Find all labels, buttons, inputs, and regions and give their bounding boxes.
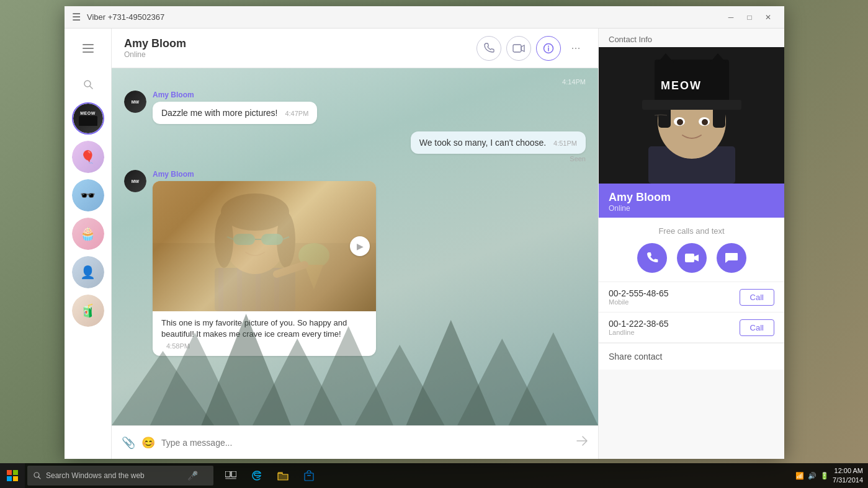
image-caption: This one is my favorite picture of you. … [153,311,376,356]
chat-contact-name: Amy Bloom [124,37,477,50]
message-content-1: Amy Bloom Dazzle me with more pictures! … [153,91,317,124]
svg-point-27 [215,212,233,268]
chat-header-info: Amy Bloom Online [124,37,477,59]
taskbar-task-view[interactable] [218,463,243,488]
message-time-2: 4:51PM [553,140,577,147]
svg-marker-14 [355,345,444,425]
share-contact-section[interactable]: Share contact [599,344,784,370]
sidebar-contact-2[interactable]: 🎈 [72,141,104,173]
chat-contact-status: Online [124,50,477,59]
video-call-button[interactable] [506,36,531,61]
svg-point-28 [277,212,295,268]
contact-info-label: Contact Info [609,35,652,44]
network-icon: 📶 [795,472,804,480]
svg-line-4 [90,86,92,89]
voice-call-button[interactable] [477,36,501,61]
contact-info-label-area: Contact Info [599,29,784,47]
call-landline-button[interactable]: Call [740,319,774,336]
svg-line-32 [227,237,233,239]
app-title: Viber +731-49502367 [87,12,164,22]
contact-call-button[interactable] [637,243,667,273]
close-button[interactable]: ✕ [759,9,777,26]
svg-point-8 [548,45,549,47]
microphone-icon[interactable]: 🎤 [187,471,198,481]
menu-icon[interactable]: ☰ [72,11,81,23]
contact-message-button[interactable] [717,243,746,273]
more-options-button[interactable]: ··· [566,38,586,58]
taskbar-edge[interactable] [244,463,269,488]
taskbar-time-value: 12:00 AM [833,466,863,476]
contact-video-button[interactable] [677,243,707,273]
svg-marker-35 [305,265,323,290]
message-seen: Seen [411,155,586,162]
chat-panel: Amy Bloom Online [112,29,598,459]
call-mobile-button[interactable]: Call [740,289,774,306]
svg-rect-5 [513,45,521,52]
contact-info-status: Online [609,204,774,213]
phone-info-2: 00-1-222-38-65 Landline [609,319,740,336]
sidebar-search-button[interactable] [74,71,102,98]
phone-type-2: Landline [609,329,740,336]
send-button[interactable] [576,435,588,450]
taskbar-search-input[interactable] [46,471,182,480]
taskbar-explorer[interactable] [271,463,295,488]
phone-type-1: Mobile [609,298,740,306]
message-image-1: MW Amy Bloom [124,170,586,356]
message-input[interactable] [161,438,570,448]
message-avatar-1: MW [124,91,146,113]
taskbar-clock: 12:00 AM 7/31/2014 [833,466,863,486]
phone-section: 00-2-555-48-65 Mobile Call 00-1-222-38-6… [599,282,784,344]
contact-name: Amy Bloom [609,191,774,204]
maximize-button[interactable]: □ [741,9,758,26]
svg-marker-9 [112,351,214,425]
svg-rect-2 [83,51,94,53]
phone-item-1: 00-2-555-48-65 Mobile Call [599,282,784,313]
chat-messages[interactable]: 4:14PM MW Amy Bloom Dazzle me with more … [112,68,598,425]
taskbar-date-value: 7/31/2014 [833,476,863,485]
message-sender-1: Amy Bloom [153,91,317,99]
image-forward-button[interactable]: ▶ [350,236,370,256]
contact-info-panel: Contact Info [598,29,784,459]
window-controls: ─ □ ✕ [722,9,777,26]
share-contact-label: Share contact [609,352,662,362]
start-button[interactable] [0,463,25,488]
taskbar-search[interactable]: 🎤 [27,466,213,486]
free-calls-actions [609,243,774,273]
svg-rect-53 [7,470,12,475]
image-time: 4:58PM [166,342,190,350]
message-bubble-1: Dazzle me with more pictures! 4:47PM [153,102,317,124]
app-window: ☰ Viber +731-49502367 ─ □ ✕ [65,6,784,459]
taskbar-right: 📶 🔊 🔋 12:00 AM 7/31/2014 [795,466,868,486]
info-button[interactable] [536,36,561,61]
time-divider: 4:14PM [124,78,586,86]
sidebar-contact-3[interactable]: 🕶️ [72,179,104,211]
free-calls-title: Free calls and text [609,226,774,236]
svg-point-25 [224,206,286,274]
sidebar-contact-4[interactable]: 🧁 [72,218,104,250]
message-avatar-3: MW [124,170,146,192]
minimize-button[interactable]: ─ [722,9,740,26]
attach-icon[interactable]: 📎 [122,436,135,450]
free-calls-section: Free calls and text [599,218,784,282]
image-message: ▶ This one is my favorite picture of you… [153,181,376,356]
svg-rect-54 [13,470,18,475]
svg-rect-30 [261,234,283,245]
chat-input-area: 📎 😊 [112,425,598,459]
message-bubble-2: We took so many, I can't choose. 4:51PM [411,131,586,154]
svg-rect-61 [225,478,236,479]
sidebar-contact-1[interactable]: MEOW [72,102,104,135]
sidebar-contact-6[interactable]: 🧃 [72,295,104,327]
message-text-2: We took so many, I can't choose. [419,138,546,148]
chat-header: Amy Bloom Online [112,29,598,68]
message-time-1: 4:47PM [285,110,308,117]
emoji-icon[interactable]: 😊 [141,436,155,450]
sidebar-contact-5[interactable]: 👤 [72,256,104,288]
volume-icon[interactable]: 🔊 [808,472,817,480]
taskbar-store[interactable] [297,463,321,488]
svg-rect-44 [642,100,741,110]
contact-name-bar: Amy Bloom Online [599,184,784,218]
sidebar-menu-button[interactable] [74,35,102,62]
svg-rect-1 [83,48,94,49]
message-received-1: MW Amy Bloom Dazzle me with more picture… [124,91,586,124]
svg-rect-52 [685,254,694,262]
